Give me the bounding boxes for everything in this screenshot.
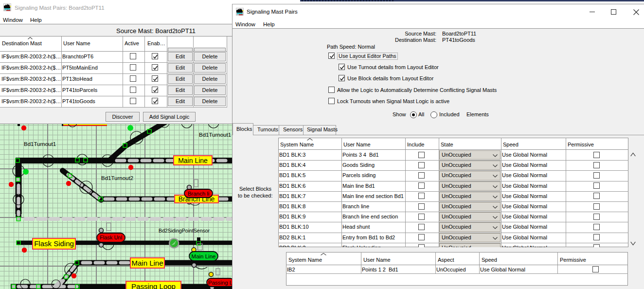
svg-text:Bd2SidingPointSensor: Bd2SidingPointSensor [159, 228, 210, 234]
svg-text:Branch li: Branch li [188, 191, 210, 197]
svg-text:Main Line: Main Line [192, 253, 216, 259]
svg-text:Flask Unl: Flask Unl [100, 235, 122, 240]
svg-text:Main Line: Main Line [131, 259, 163, 267]
svg-text:Passing L: Passing L [208, 280, 232, 286]
svg-text:Main Line: Main Line [178, 157, 208, 164]
svg-text:Flask Siding: Flask Siding [34, 239, 74, 248]
svg-text:Bd1Turnout1: Bd1Turnout1 [24, 141, 56, 147]
svg-text:Bd1Turnout2: Bd1Turnout2 [101, 175, 133, 181]
svg-text:Passing Loop: Passing Loop [131, 282, 176, 289]
svg-text:Bd1Turnout1: Bd1Turnout1 [199, 132, 231, 138]
